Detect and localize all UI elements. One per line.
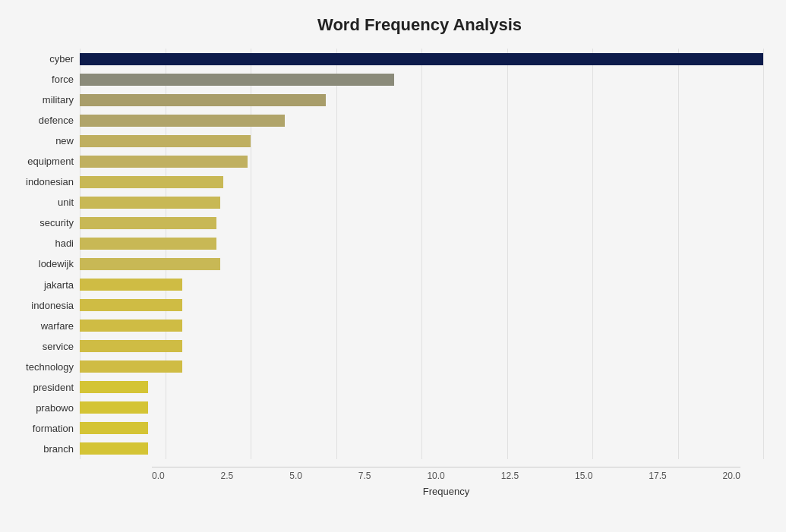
bar-jakarta xyxy=(80,279,182,291)
bar-cyber xyxy=(80,53,763,65)
bar-row-indonesian xyxy=(80,174,763,190)
bar-row-lodewijk xyxy=(80,256,763,272)
bar-equipment xyxy=(80,156,248,168)
bar-row-indonesia xyxy=(80,297,763,313)
bars-and-grid: 0.02.55.07.510.012.515.017.520.0 Frequen… xyxy=(80,49,763,459)
x-tick: 17.5 xyxy=(649,471,666,481)
bar-row-jakarta xyxy=(80,276,763,293)
bar-row-prabowo xyxy=(80,399,763,416)
bar-row-defence xyxy=(80,112,763,129)
bar-row-president xyxy=(80,379,763,395)
bar-hadi xyxy=(80,238,216,250)
chart-title: Word Frequency Analysis xyxy=(8,15,763,35)
bar-new xyxy=(80,135,251,147)
y-axis: cyberforcemilitarydefencenewequipmentind… xyxy=(8,49,80,459)
x-tick: 15.0 xyxy=(575,471,592,481)
y-label-lodewijk: lodewijk xyxy=(39,256,74,272)
y-label-unit: unit xyxy=(58,194,74,211)
x-tick: 7.5 xyxy=(358,471,371,481)
x-axis: 0.02.55.07.510.012.515.017.520.0 Frequen… xyxy=(152,467,740,497)
y-label-service: service xyxy=(43,338,74,354)
bar-row-force xyxy=(80,71,763,88)
y-label-indonesia: indonesia xyxy=(31,297,74,313)
bar-president xyxy=(80,381,148,393)
y-label-new: new xyxy=(55,133,74,150)
bar-row-hadi xyxy=(80,235,763,252)
bar-indonesian xyxy=(80,176,223,188)
grid-line xyxy=(763,49,764,459)
bar-row-new xyxy=(80,133,763,150)
y-label-jakarta: jakarta xyxy=(44,276,74,293)
y-label-hadi: hadi xyxy=(55,235,74,252)
bar-prabowo xyxy=(80,401,148,414)
x-tick: 2.5 xyxy=(221,471,234,481)
x-tick: 12.5 xyxy=(501,471,519,481)
bar-row-branch xyxy=(80,440,763,457)
bar-security xyxy=(80,217,216,229)
x-ticks: 0.02.55.07.510.012.515.017.520.0 xyxy=(152,467,740,481)
bar-branch xyxy=(80,442,148,455)
bar-row-technology xyxy=(80,358,763,375)
bar-force xyxy=(80,74,394,86)
y-label-president: president xyxy=(33,379,74,395)
bar-military xyxy=(80,94,326,106)
bar-technology xyxy=(80,360,182,373)
bar-unit xyxy=(80,197,220,209)
y-label-technology: technology xyxy=(26,358,74,375)
bar-row-formation xyxy=(80,420,763,436)
chart-container: Word Frequency Analysis cyberforcemilita… xyxy=(0,0,786,532)
bars-wrapper xyxy=(80,49,763,459)
bar-indonesia xyxy=(80,299,182,311)
x-tick: 0.0 xyxy=(152,471,165,481)
y-label-cyber: cyber xyxy=(49,51,74,68)
y-label-formation: formation xyxy=(33,420,74,436)
bar-warfare xyxy=(80,320,182,332)
bar-row-equipment xyxy=(80,153,763,170)
y-label-indonesian: indonesian xyxy=(26,174,74,190)
y-label-branch: branch xyxy=(43,440,74,457)
bar-row-warfare xyxy=(80,317,763,334)
bar-formation xyxy=(80,422,148,434)
y-label-force: force xyxy=(52,71,74,88)
y-label-prabowo: prabowo xyxy=(36,399,74,416)
bar-row-security xyxy=(80,215,763,231)
bar-defence xyxy=(80,115,285,127)
x-tick: 20.0 xyxy=(723,471,740,481)
x-tick: 5.0 xyxy=(289,471,302,481)
bar-row-military xyxy=(80,92,763,109)
x-axis-label: Frequency xyxy=(152,486,740,497)
bar-lodewijk xyxy=(80,258,220,270)
bar-service xyxy=(80,340,182,352)
y-label-equipment: equipment xyxy=(27,153,74,170)
bar-row-service xyxy=(80,338,763,354)
x-tick: 10.0 xyxy=(427,471,444,481)
y-label-security: security xyxy=(39,215,74,231)
y-label-defence: defence xyxy=(39,112,74,129)
bar-row-unit xyxy=(80,194,763,211)
chart-area: cyberforcemilitarydefencenewequipmentind… xyxy=(8,49,763,459)
y-label-military: military xyxy=(43,92,74,109)
y-label-warfare: warfare xyxy=(41,317,74,334)
bar-row-cyber xyxy=(80,51,763,68)
